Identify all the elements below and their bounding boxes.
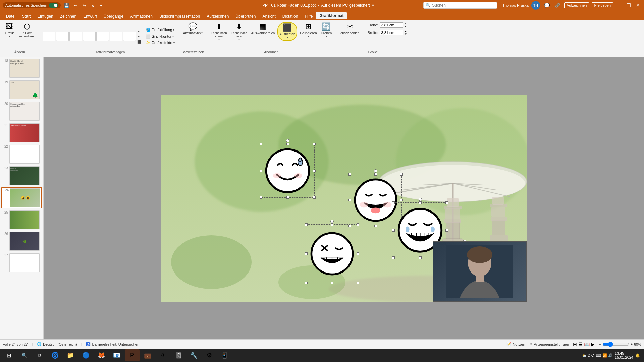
grafikkontur-button[interactable]: ⬜ Grafikkontur ▾ (145, 34, 176, 39)
slide-thumb-19[interactable]: Titel 1 🌲 (9, 80, 40, 99)
taskbar-powerpoint-button[interactable]: P (125, 349, 140, 361)
tab-hilfe[interactable]: Hilfe (301, 13, 316, 20)
outline-view-btn[interactable]: ☰ (578, 342, 583, 347)
emoji-2-container[interactable] (352, 177, 399, 224)
slide-item-26[interactable]: 26 🌿 (1, 231, 42, 251)
zuschneiden-button[interactable]: ✂ Zuschneiden (339, 22, 361, 36)
tab-ansicht[interactable]: Ansicht (259, 13, 279, 20)
search-bar[interactable]: 🔍 (423, 2, 497, 9)
sh4-bc[interactable] (419, 256, 422, 259)
taskbar-chrome-button[interactable]: 🔵 (78, 349, 93, 361)
sh3-mr[interactable] (357, 252, 359, 255)
tab-zeichnen[interactable]: Zeichnen (57, 13, 80, 20)
tab-einfuegen[interactable]: Einfügen (34, 13, 56, 20)
slide-canvas[interactable] (161, 95, 527, 302)
emoji-4-rotate-handle[interactable] (419, 198, 422, 201)
slide-item-23[interactable]: 23 Objekteauswählen (1, 166, 42, 186)
taskbar-misc2-button[interactable]: ⚙ (202, 349, 217, 361)
slide-item-25[interactable]: 25 (1, 210, 42, 230)
close-button[interactable]: ✕ (635, 2, 641, 9)
breite-up-arrow[interactable]: ▲ (405, 29, 407, 33)
shape-thumb-4[interactable] (83, 32, 96, 41)
comments-button[interactable]: 💬 (543, 2, 551, 9)
ausrichten-button[interactable]: ⬛ Ausrichten ▾ (277, 22, 297, 41)
taskbar-taskview-button[interactable]: ⧉ (32, 349, 47, 361)
shape-thumb-1[interactable] (43, 32, 55, 41)
tab-bildschirm[interactable]: Bildschirmpräsentation (156, 13, 203, 20)
canvas-area[interactable] (44, 57, 644, 339)
hoehe-down-arrow[interactable]: ▼ (405, 25, 407, 28)
zoom-minus[interactable]: − (599, 342, 601, 346)
slideshow-btn[interactable]: ▶ (591, 342, 595, 347)
taskbar-misc3-button[interactable]: 📱 (217, 349, 232, 361)
gruppieren-button[interactable]: ⊞ Gruppieren ▾ (299, 22, 318, 39)
auswahlbereich-button[interactable]: ▦ Auswahlbereich (250, 22, 276, 36)
reading-view-btn[interactable]: 📖 (584, 342, 590, 347)
slide-thumb-24[interactable]: 😀😄 (10, 188, 40, 207)
sh2-tc[interactable] (374, 173, 377, 176)
emoji-3-container[interactable] (309, 227, 356, 281)
emoji-1-rotate-handle[interactable] (286, 139, 289, 142)
slide-item-19[interactable]: 19 Titel 1 🌲 (1, 80, 42, 100)
systray-notification[interactable]: 🔔 (635, 353, 640, 358)
sh4-tc[interactable] (419, 201, 422, 204)
taskbar-misc1-button[interactable]: 🔧 (186, 349, 201, 361)
tab-entwurf[interactable]: Entwurf (80, 13, 100, 20)
tab-dictation[interactable]: Dictation (279, 13, 302, 20)
grafikfuellung-button[interactable]: 🪣 Grafikfüllung ▾ (145, 27, 176, 33)
taskbar-outlook-button[interactable]: 📧 (109, 349, 124, 361)
shape-thumb-6[interactable] (110, 32, 122, 41)
normal-view-btn[interactable]: ⊞ (573, 342, 577, 347)
shape-more[interactable]: ⬛ (137, 39, 142, 44)
sh3-bl[interactable] (305, 282, 308, 284)
zoom-control[interactable]: − + 60% (599, 342, 641, 347)
zoom-plus[interactable]: + (631, 342, 633, 346)
slide-item-24[interactable]: 24 😀😄 (1, 187, 42, 208)
slide-item-22[interactable]: 22 (1, 144, 42, 164)
alternativtext-button[interactable]: 💬 Alternativtext (182, 22, 204, 36)
slide-thumb-22[interactable] (9, 145, 40, 164)
breite-input[interactable] (380, 30, 403, 35)
sh3-tr[interactable] (357, 223, 359, 226)
taskbar-edge-button[interactable]: 🌀 (48, 349, 62, 361)
tab-aufzeichnen[interactable]: Aufzeichnen (203, 13, 232, 20)
autosave-toggle[interactable]: Automatisches Speichern (3, 2, 61, 8)
taskbar-onenote-button[interactable]: 📓 (171, 349, 186, 361)
slide-thumb-25[interactable] (9, 210, 40, 229)
sh2-tr[interactable] (400, 173, 403, 176)
sh-bc[interactable] (286, 196, 289, 199)
sh2-mr[interactable] (400, 199, 403, 201)
slide-thumb-27[interactable] (9, 253, 40, 272)
breite-down-arrow[interactable]: ▼ (405, 33, 407, 36)
shape-thumb-2[interactable] (56, 32, 69, 41)
ebene-vorne-button[interactable]: ⬆ Ebene nachvorne ▾ (210, 22, 228, 42)
redo-button[interactable]: ↪ (81, 2, 88, 9)
grafik-button[interactable]: 🖼 Grafik ▾ (3, 22, 16, 39)
restore-button[interactable]: ❐ (625, 2, 632, 9)
sh4-bl[interactable] (392, 256, 395, 259)
slide-thumb-21[interactable]: They went to Sahara... (9, 123, 40, 142)
slide-panel[interactable]: 18 Schritt 4 Inhaltlorem ipsum dolor 19 … (0, 57, 44, 339)
print-button[interactable]: 🖨 (90, 2, 97, 9)
slide-thumb-26[interactable]: 🌿 (9, 232, 40, 251)
tab-grafikformat[interactable]: Grafikformat (316, 12, 347, 20)
anzeigeeinstellungen-item[interactable]: ⚙ Anzeigeeinstellungen (529, 342, 569, 346)
emoji-3-rotate-handle[interactable] (330, 220, 334, 223)
tab-animationen[interactable]: Animationen (127, 13, 156, 20)
hoehe-input[interactable] (380, 22, 403, 28)
tab-uebergaenge[interactable]: Übergänge (100, 13, 127, 20)
accessibility-item[interactable]: ♿ Barrierefreiheit: Untersuchen (86, 342, 139, 346)
hoehe-up-arrow[interactable]: ▲ (405, 22, 407, 25)
shape-thumb-7[interactable] (123, 32, 136, 41)
minimize-button[interactable]: — (616, 2, 623, 9)
sh4-tr[interactable] (445, 201, 448, 204)
sh4-mr[interactable] (445, 229, 448, 232)
taskbar-search-button[interactable]: 🔍 (17, 349, 32, 361)
sh-tl[interactable] (260, 143, 262, 145)
grafikeffekte-button[interactable]: ✨ Grafikeffekte ▾ (145, 40, 176, 46)
slide-item-21[interactable]: 21 They went to Sahara... (1, 123, 42, 143)
sh3-tl[interactable] (305, 223, 308, 226)
slide-item-18[interactable]: 18 Schritt 4 Inhaltlorem ipsum dolor (1, 58, 42, 78)
sh3-tc[interactable] (331, 223, 333, 226)
sh2-ml[interactable] (348, 199, 351, 201)
